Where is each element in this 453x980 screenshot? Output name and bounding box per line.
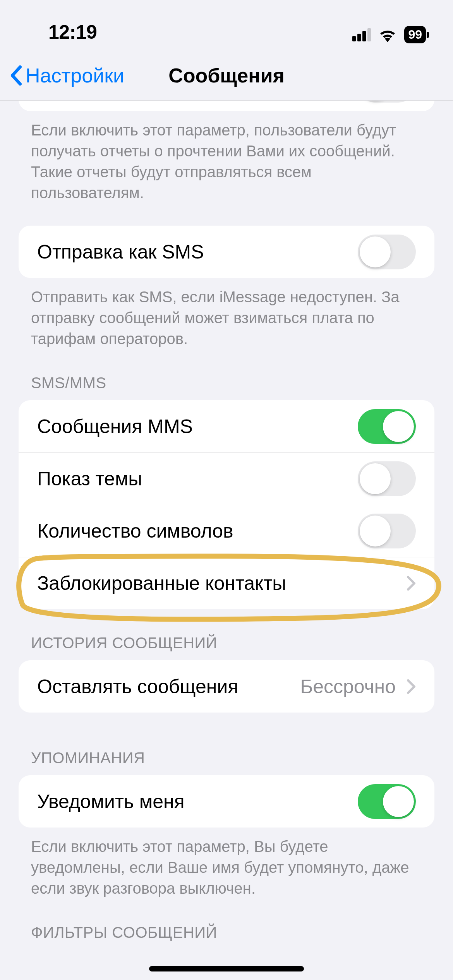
row-keep-messages[interactable]: Оставлять сообщения Бессрочно (19, 660, 434, 713)
group-sms-mms: Сообщения MMS Показ темы Количество симв… (19, 400, 434, 609)
chevron-right-icon (407, 576, 416, 591)
status-time: 12:19 (48, 21, 97, 43)
group-history: Оставлять сообщения Бессрочно (19, 660, 434, 713)
row-label: Отправка как SMS (37, 241, 204, 263)
row-read-receipts[interactable]: Отчет о прочтении (19, 101, 434, 111)
home-indicator[interactable] (149, 966, 304, 971)
chevron-left-icon (9, 65, 23, 86)
footer-send-as-sms: Отправить как SMS, если iMessage недосту… (0, 278, 453, 349)
header-mentions: УПОМИНАНИЯ (0, 713, 453, 775)
switch-char-count[interactable] (358, 514, 416, 548)
status-bar: 12:19 99 (0, 0, 453, 50)
row-char-count[interactable]: Количество символов (19, 505, 434, 557)
row-mms-messaging[interactable]: Сообщения MMS (19, 400, 434, 452)
switch-show-subject[interactable] (358, 461, 416, 496)
switch-mms-messaging[interactable] (358, 409, 416, 444)
wifi-icon (378, 27, 397, 42)
footer-read-receipts: Если включить этот параметр, пользовател… (0, 111, 453, 203)
content-scroll[interactable]: Отчет о прочтении Если включить этот пар… (0, 101, 453, 980)
row-show-subject[interactable]: Показ темы (19, 452, 434, 505)
row-blocked-contacts[interactable]: Заблокированные контакты (19, 557, 434, 609)
status-indicators: 99 (352, 26, 426, 43)
header-history: ИСТОРИЯ СООБЩЕНИЙ (0, 609, 453, 660)
row-label: Количество символов (37, 520, 233, 542)
header-filters: ФИЛЬТРЫ СООБЩЕНИЙ (0, 899, 453, 950)
back-button[interactable]: Настройки (9, 64, 124, 87)
row-label: Заблокированные контакты (37, 572, 286, 595)
chevron-right-icon (407, 679, 416, 694)
nav-bar: Настройки Сообщения (0, 50, 453, 101)
row-label: Уведомить меня (37, 790, 185, 813)
row-label: Оставлять сообщения (37, 675, 238, 698)
group-send-as-sms: Отправка как SMS (19, 226, 434, 278)
cellular-icon (352, 28, 371, 41)
group-mentions: Уведомить меня (19, 775, 434, 828)
switch-notify-me[interactable] (358, 784, 416, 819)
switch-send-as-sms[interactable] (358, 235, 416, 269)
back-label: Настройки (26, 64, 124, 87)
row-value: Бессрочно (300, 675, 396, 698)
battery-percent: 99 (408, 27, 422, 42)
row-notify-me[interactable]: Уведомить меня (19, 775, 434, 828)
row-label: Показ темы (37, 468, 142, 490)
header-sms-mms: SMS/MMS (0, 349, 453, 400)
switch-read-receipts[interactable] (358, 101, 416, 103)
footer-notify-me: Если включить этот параметр, Вы будете у… (0, 828, 453, 899)
row-send-as-sms[interactable]: Отправка как SMS (19, 226, 434, 278)
battery-icon: 99 (404, 26, 426, 43)
row-label: Сообщения MMS (37, 415, 193, 438)
group-read-receipts: Отчет о прочтении (19, 101, 434, 111)
